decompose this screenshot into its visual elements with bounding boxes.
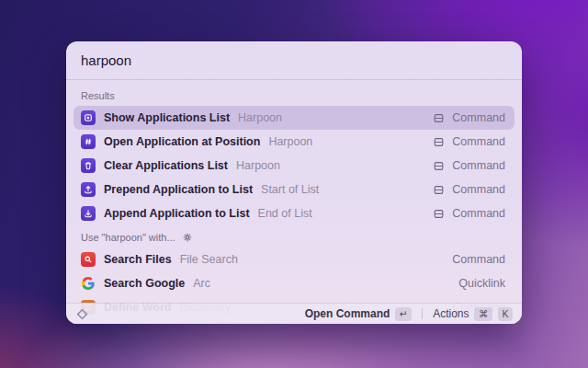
upload-tray-icon — [81, 182, 96, 197]
action-bar: Open Command ↵ Actions ⌘ K — [66, 303, 522, 324]
open-command-label: Open Command — [305, 307, 390, 320]
result-subtitle: Arc — [193, 277, 210, 290]
result-type: Command — [452, 111, 505, 124]
result-accessory: Command — [433, 183, 505, 196]
result-title: Search Files — [104, 253, 172, 266]
actions-button[interactable]: Actions ⌘ K — [433, 307, 513, 321]
section-header-results: Results — [74, 84, 514, 106]
result-accessory: Command — [433, 207, 505, 220]
result-row-search-google[interactable]: Search Google Arc Quicklink — [74, 271, 514, 295]
result-title: Open Application at Position — [104, 135, 260, 148]
section-header-use-with: Use "harpoon" with... — [74, 225, 514, 247]
cmd-keycap: ⌘ — [474, 307, 492, 321]
google-icon — [81, 276, 96, 291]
drive-icon — [433, 184, 445, 196]
result-subtitle: File Search — [180, 253, 238, 266]
result-accessory: Command — [433, 135, 505, 148]
result-type: Quicklink — [458, 277, 505, 290]
result-type: Command — [452, 207, 505, 220]
section-label-text: Results — [81, 90, 115, 101]
trash-icon — [81, 158, 96, 173]
result-row-search-files[interactable]: Search Files File Search Command — [74, 247, 514, 271]
result-title: Clear Applications List — [104, 159, 228, 172]
drive-icon — [433, 208, 445, 220]
result-row-show-applications-list[interactable]: Show Applications List Harpoon Command — [74, 106, 514, 130]
result-accessory: Command — [433, 111, 505, 124]
result-accessory: Command — [452, 253, 505, 266]
file-search-icon — [81, 252, 96, 267]
app-window-icon — [81, 110, 96, 125]
section-label-text: Use "harpoon" with... — [81, 232, 175, 243]
result-accessory: Quicklink — [458, 277, 505, 290]
enter-keycap: ↵ — [395, 307, 412, 321]
result-subtitle: Harpoon — [268, 135, 312, 148]
gear-icon[interactable] — [182, 232, 193, 243]
result-row-clear-applications-list[interactable]: Clear Applications List Harpoon Command — [74, 154, 514, 178]
result-subtitle: Harpoon — [238, 111, 282, 124]
drive-icon — [433, 112, 445, 124]
footer-divider — [422, 308, 423, 319]
k-keycap: K — [498, 307, 513, 321]
result-row-prepend-application-to-list[interactable]: Prepend Application to List Start of Lis… — [74, 178, 514, 201]
result-subtitle: End of List — [258, 207, 312, 220]
results-list: Results Show Applications List Harpoon C… — [66, 80, 522, 319]
raycast-window: Results Show Applications List Harpoon C… — [66, 41, 522, 324]
download-tray-icon — [81, 206, 96, 221]
search-input[interactable] — [81, 52, 507, 68]
result-accessory: Command — [433, 159, 505, 172]
result-subtitle: Harpoon — [236, 159, 280, 172]
result-title: Search Google — [104, 277, 185, 290]
result-subtitle: Start of List — [261, 183, 319, 196]
hash-icon — [81, 134, 96, 149]
drive-icon — [433, 160, 445, 172]
result-type: Command — [452, 159, 505, 172]
result-title: Append Application to List — [104, 207, 250, 220]
open-command-button[interactable]: Open Command ↵ — [305, 307, 412, 321]
actions-label: Actions — [433, 307, 469, 320]
search-bar — [66, 41, 522, 80]
result-title: Show Applications List — [104, 111, 230, 124]
raycast-logo-icon — [75, 307, 89, 321]
result-row-append-application-to-list[interactable]: Append Application to List End of List C… — [74, 201, 514, 225]
result-type: Command — [452, 135, 505, 148]
result-type: Command — [452, 183, 505, 196]
drive-icon — [433, 136, 445, 148]
result-row-open-application-at-position[interactable]: Open Application at Position Harpoon Com… — [74, 130, 514, 154]
result-type: Command — [452, 253, 505, 266]
result-title: Prepend Application to List — [104, 183, 253, 196]
